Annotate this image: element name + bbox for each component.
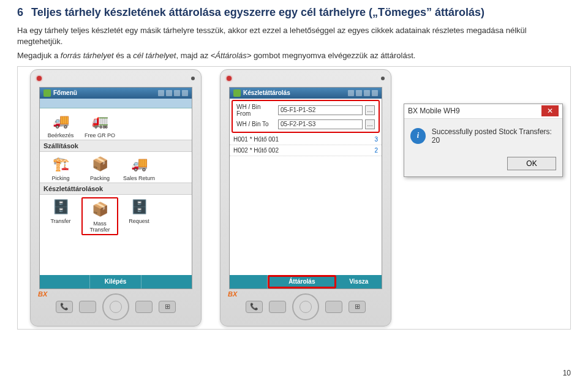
close-button[interactable]: ✕ xyxy=(541,105,559,116)
back-button[interactable]: Vissza xyxy=(336,275,382,289)
menu-row-1: 🚚Beérkezés 🚛Free GR PO xyxy=(40,109,192,140)
p2-a: Megadjuk a xyxy=(17,51,61,60)
label: Free GR PO xyxy=(85,132,115,138)
boxes-icon: 📦 xyxy=(88,154,112,174)
tray-icon xyxy=(174,90,180,96)
item-name: H001 * Hűtő 001 xyxy=(233,136,366,143)
paragraph-2: Megadjuk a forrás tárhelyet és a cél tár… xyxy=(17,50,571,61)
row-bin-to: WH / Bin To 05-F2-P1-S3 … xyxy=(234,118,377,130)
bx-logo: BX xyxy=(38,290,47,298)
dialog-title: BX Mobile WH9 xyxy=(408,107,460,115)
truck-icon: 🚚 xyxy=(48,111,73,131)
dialog-body: i Successfully posted Stock Transfers: 2… xyxy=(404,119,562,153)
paragraph-1: Ha egy tárhely teljes készletét egy mási… xyxy=(17,25,571,47)
pda2-title: Készletáttárolás xyxy=(243,89,290,96)
item-qty: 2 xyxy=(366,147,378,154)
pda1-titlebar: Főmenü xyxy=(40,88,192,99)
pda1-hwbuttons: BX 📞 ⊞ xyxy=(31,292,201,322)
pda2-hwbuttons: BX 📞 ⊞ xyxy=(221,292,391,322)
input-bin-to[interactable]: 05-F2-P1-S3 xyxy=(278,119,363,129)
call-button[interactable]: 📞 xyxy=(56,301,73,313)
bx-logo: BX xyxy=(228,290,237,298)
list-item[interactable]: H001 * Hűtő 001 3 xyxy=(230,134,382,145)
hw-button[interactable] xyxy=(269,301,286,313)
lookup-to-button[interactable]: … xyxy=(365,119,375,129)
hw-button[interactable] xyxy=(325,301,342,313)
label: Mass Transfer xyxy=(89,221,110,233)
dpad[interactable] xyxy=(102,293,129,320)
footer-spacer xyxy=(230,275,268,289)
success-dialog: BX Mobile WH9 ✕ i Successfully posted St… xyxy=(404,104,563,177)
menu-item-request[interactable]: 🗄️Request xyxy=(121,197,157,235)
power-led-icon xyxy=(227,76,232,81)
tray-icon xyxy=(158,90,164,96)
menu-row-3: 🗄️Transfer 📦Mass Transfer 🗄️Request xyxy=(40,195,192,236)
pda2-bezel-top xyxy=(221,70,391,87)
pda-device-2: Készletáttárolás WH / Bin From 05-F1-P1-… xyxy=(220,69,391,326)
pda1-bezel-top xyxy=(31,70,201,87)
heading-number: 6 xyxy=(17,6,28,19)
lookup-from-button[interactable]: … xyxy=(365,105,375,115)
menu-item-packing[interactable]: 📦Packing xyxy=(81,154,118,181)
p2-b: és a xyxy=(114,51,134,60)
tray-icon xyxy=(166,90,172,96)
label-bin-to: WH / Bin To xyxy=(236,121,276,127)
tray-icon xyxy=(372,90,378,96)
p2-i1: forrás tárhelyet xyxy=(61,51,114,60)
shelf-icon: 🗄️ xyxy=(127,197,151,217)
shelf-icon: 🗄️ xyxy=(48,197,73,217)
label: Beérkezés xyxy=(48,132,74,138)
dialog-message: Successfully posted Stock Transfers: 20 xyxy=(432,127,556,145)
boxes-icon: 📦 xyxy=(88,200,112,219)
menu-item-freegrpo[interactable]: 🚛Free GR PO xyxy=(81,111,118,138)
menu-item-beerkezes[interactable]: 🚚Beérkezés xyxy=(42,111,79,138)
footer-spacer xyxy=(141,275,192,289)
exit-button[interactable]: Kilépés xyxy=(90,275,141,289)
forklift-icon: 🏗️ xyxy=(48,154,73,174)
menu-item-transfer[interactable]: 🗄️Transfer xyxy=(42,197,79,235)
heading-text: Teljes tárhely készletének áttárolása eg… xyxy=(31,6,484,18)
pda2-tray-icons xyxy=(348,90,378,96)
call-button[interactable]: 📞 xyxy=(246,301,263,313)
label: Packing xyxy=(90,175,110,181)
dpad[interactable] xyxy=(292,293,319,320)
list-item[interactable]: H002 * Hűtő 002 2 xyxy=(230,145,382,156)
figures-panel: Főmenü 🚚Beérkezés 🚛Free GR PO Szállításo… xyxy=(17,66,571,330)
pda1-screen: Főmenü 🚚Beérkezés 🚛Free GR PO Szállításo… xyxy=(39,87,192,289)
value: 05-F2-P1-S3 xyxy=(281,121,315,127)
dialog-footer: OK xyxy=(404,153,562,176)
p2-i3: <Áttárolás> xyxy=(211,51,252,60)
footer-spacer xyxy=(40,275,90,289)
tray-icon xyxy=(348,90,354,96)
windows-button[interactable]: ⊞ xyxy=(159,301,176,313)
start-flag-icon[interactable] xyxy=(43,89,51,97)
truck-icon: 🚛 xyxy=(88,111,112,131)
tray-icon xyxy=(182,90,188,96)
start-flag-icon[interactable] xyxy=(233,89,241,97)
label: Picking xyxy=(51,175,69,181)
label-bin-from: WH / Bin From xyxy=(236,104,276,117)
menu-item-masstransfer[interactable]: 📦Mass Transfer xyxy=(81,197,118,235)
ok-button[interactable]: OK xyxy=(507,157,556,170)
transfer-button[interactable]: Áttárolás xyxy=(268,275,336,289)
windows-button[interactable]: ⊞ xyxy=(349,301,366,313)
pda-device-1: Főmenü 🚚Beérkezés 🚛Free GR PO Szállításo… xyxy=(30,69,202,326)
pda2-body: WH / Bin From 05-F1-P1-S2 … WH / Bin To … xyxy=(230,99,382,275)
pda1-title: Főmenü xyxy=(53,89,77,96)
input-bin-from[interactable]: 05-F1-P1-S2 xyxy=(278,105,363,115)
page-number: 10 xyxy=(563,369,571,377)
item-qty: 3 xyxy=(366,136,378,143)
p2-i2: cél tárhelyet xyxy=(133,51,176,60)
menu-item-salesreturn[interactable]: 🚚Sales Return xyxy=(121,154,157,181)
truck-return-icon: 🚚 xyxy=(127,154,151,174)
hw-button[interactable] xyxy=(135,301,153,313)
camera-dot-icon xyxy=(191,77,195,80)
p2-d: gombot megnyomva elvégezzük az áttárolás… xyxy=(251,51,415,60)
pda1-statusband xyxy=(40,99,192,108)
bin-fields-highlight: WH / Bin From 05-F1-P1-S2 … WH / Bin To … xyxy=(232,100,380,133)
item-name: H002 * Hűtő 002 xyxy=(233,147,366,154)
section-keszlet: Készletáttárolások xyxy=(40,183,192,195)
menu-item-picking[interactable]: 🏗️Picking xyxy=(42,154,79,181)
hw-button[interactable] xyxy=(79,301,96,313)
tray-icon xyxy=(364,90,370,96)
